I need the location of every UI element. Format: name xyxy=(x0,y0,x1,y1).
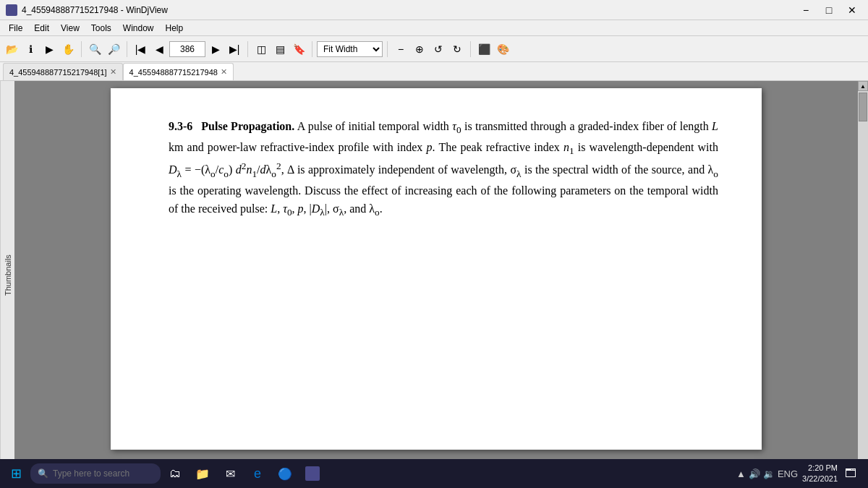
problem-title: Pulse Propagation. xyxy=(201,120,294,132)
toolbar-columns-button[interactable]: ▤ xyxy=(271,40,289,58)
toolbar-next-page-button[interactable]: ▶ xyxy=(207,40,224,58)
tab-2[interactable]: 4_455948887715217948 ✕ xyxy=(123,63,234,80)
window-controls: − □ ✕ xyxy=(796,2,862,18)
notification-icon: 🗔 xyxy=(845,467,856,480)
taskbar-time-display[interactable]: 2:20 PM 3/22/2021 xyxy=(802,463,838,485)
toolbar-separator-2 xyxy=(127,41,127,57)
taskbar-right: ▲ 🔊 🔉 ENG 2:20 PM 3/22/2021 🗔 xyxy=(736,461,865,487)
time-label: 2:20 PM xyxy=(802,463,838,474)
edge-icon: e xyxy=(254,466,261,481)
problem-content: 9.3-6Pulse Propagation. A pulse of initi… xyxy=(169,117,718,221)
taskbar-search-input[interactable] xyxy=(53,468,147,479)
toolbar-separator-6 xyxy=(470,41,471,57)
toolbar-rotate-ccw-button[interactable]: ↺ xyxy=(430,40,447,58)
toolbar-zoom-reset-button[interactable]: ⊕ xyxy=(411,40,428,58)
window-title: 4_455948887715217948 - WinDjView xyxy=(22,5,796,15)
thumbnails-sidebar[interactable]: Thumbnails xyxy=(0,81,14,469)
thumbnails-label: Thumbnails xyxy=(4,254,12,296)
title-bar: 4_455948887715217948 - WinDjView − □ ✕ xyxy=(0,0,868,20)
toolbar-last-page-button[interactable]: ▶| xyxy=(226,40,243,58)
toolbar-layout-button[interactable]: ◫ xyxy=(252,40,270,58)
scroll-thumb[interactable] xyxy=(859,93,867,121)
taskbar-app-button[interactable] xyxy=(299,461,326,487)
toolbar-zoom-in-button[interactable]: 🔎 xyxy=(105,40,122,58)
toolbar-find-button[interactable]: 🔍 xyxy=(86,40,103,58)
toolbar: 📂 ℹ ▶ ✋ 🔍 🔎 |◀ ◀ 386 ▶ ▶| ◫ ▤ 🔖 Fit Widt… xyxy=(0,36,868,62)
tab-1[interactable]: 4_455948887715217948[1] ✕ xyxy=(3,63,123,80)
maximize-button[interactable]: □ xyxy=(819,2,839,18)
toolbar-separator-4 xyxy=(312,41,312,57)
menu-tools[interactable]: Tools xyxy=(85,22,117,35)
menu-edit[interactable]: Edit xyxy=(28,22,55,35)
minimize-button[interactable]: − xyxy=(796,2,816,18)
scroll-up-button[interactable]: ▲ xyxy=(858,81,868,91)
right-scrollbar[interactable]: ▲ ▼ xyxy=(858,81,868,469)
problem-number: 9.3-6 xyxy=(169,120,192,132)
problem-paragraph: 9.3-6Pulse Propagation. A pulse of initi… xyxy=(169,117,718,221)
toolbar-separator-3 xyxy=(247,41,248,57)
document-page: 9.3-6Pulse Propagation. A pulse of initi… xyxy=(111,88,762,450)
mail-icon: ✉ xyxy=(226,467,235,481)
search-icon: 🔍 xyxy=(38,468,48,479)
menu-view[interactable]: View xyxy=(55,22,85,35)
windows-logo-icon: ⊞ xyxy=(11,466,22,481)
toolbar-zoom-out-button[interactable]: − xyxy=(392,40,409,58)
chrome-icon: 🔵 xyxy=(278,467,292,481)
tab-1-close-icon[interactable]: ✕ xyxy=(110,67,116,77)
volume-icon[interactable]: 🔊 xyxy=(749,468,760,479)
menu-window[interactable]: Window xyxy=(117,22,160,35)
tab-2-label: 4_455948887715217948 xyxy=(129,68,218,77)
language-label[interactable]: ENG xyxy=(778,468,798,479)
close-button[interactable]: ✕ xyxy=(842,2,862,18)
start-button[interactable]: ⊞ xyxy=(3,461,29,487)
toolbar-info-button[interactable]: ℹ xyxy=(22,40,39,58)
tab-2-close-icon[interactable]: ✕ xyxy=(221,67,227,77)
app-icon xyxy=(6,4,17,16)
document-area[interactable]: 9.3-6Pulse Propagation. A pulse of initi… xyxy=(14,81,858,469)
taskbar-task-view-button[interactable]: 🗂 xyxy=(162,461,188,487)
app-icon-taskbar xyxy=(305,466,320,481)
file-explorer-icon: 📁 xyxy=(195,467,210,481)
date-label: 3/22/2021 xyxy=(802,474,838,484)
toolbar-bookmarks-button[interactable]: 🔖 xyxy=(290,40,307,58)
task-view-icon: 🗂 xyxy=(169,467,181,480)
tab-1-label: 4_455948887715217948[1] xyxy=(9,68,107,77)
taskbar-chrome-button[interactable]: 🔵 xyxy=(272,461,298,487)
scroll-track[interactable] xyxy=(858,91,868,459)
taskbar-mail-button[interactable]: ✉ xyxy=(217,461,243,487)
taskbar-search-box[interactable]: 🔍 xyxy=(30,463,161,484)
toolbar-separator-1 xyxy=(81,41,82,57)
taskbar-file-explorer-button[interactable]: 📁 xyxy=(190,461,216,487)
notification-button[interactable]: 🗔 xyxy=(842,461,859,487)
tab-bar: 4_455948887715217948[1] ✕ 4_455948887715… xyxy=(0,62,868,81)
taskbar: ⊞ 🔍 🗂 📁 ✉ e 🔵 ▲ 🔊 🔉 ENG 2:20 PM 3/22/202… xyxy=(0,459,868,488)
toolbar-color-button[interactable]: 🎨 xyxy=(494,40,511,58)
menu-file[interactable]: File xyxy=(3,22,28,35)
toolbar-hand-button[interactable]: ✋ xyxy=(59,40,77,58)
page-number-input[interactable]: 386 xyxy=(169,41,205,57)
menu-bar: File Edit View Tools Window Help xyxy=(0,20,868,36)
menu-help[interactable]: Help xyxy=(160,22,190,35)
toolbar-first-page-button[interactable]: |◀ xyxy=(132,40,149,58)
toolbar-separator-5 xyxy=(387,41,388,57)
fit-mode-select[interactable]: Fit Width Fit Page Actual Size xyxy=(317,41,383,57)
main-area: Thumbnails 9.3-6Pulse Propagation. A pul… xyxy=(0,81,868,469)
toolbar-open-button[interactable]: 📂 xyxy=(3,40,20,58)
toolbar-select-button[interactable]: ▶ xyxy=(41,40,58,58)
taskbar-sys-icons: ▲ 🔊 🔉 ENG xyxy=(736,468,798,479)
network-icon[interactable]: ▲ xyxy=(736,468,746,479)
taskbar-edge-button[interactable]: e xyxy=(244,461,271,487)
toolbar-prev-page-button[interactable]: ◀ xyxy=(150,40,168,58)
speaker-icon[interactable]: 🔉 xyxy=(763,468,775,479)
toolbar-rotate-cw-button[interactable]: ↻ xyxy=(448,40,466,58)
toolbar-invert-button[interactable]: ⬛ xyxy=(475,40,493,58)
